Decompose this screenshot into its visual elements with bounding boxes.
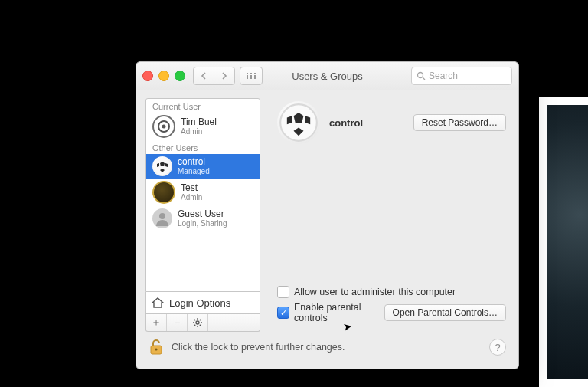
minimize-window-button[interactable] [158, 71, 169, 81]
user-row-test[interactable]: Test Admin [146, 179, 260, 206]
avatar [152, 156, 172, 176]
add-user-button[interactable]: ＋ [146, 314, 167, 331]
svg-point-9 [418, 73, 423, 78]
svg-point-5 [254, 75, 256, 77]
enable-parental-label: Enable parental controls [294, 302, 375, 323]
back-button[interactable] [193, 67, 214, 85]
svg-point-1 [250, 73, 252, 74]
svg-point-18 [159, 213, 165, 219]
svg-point-2 [254, 73, 256, 74]
avatar [152, 115, 175, 138]
svg-line-26 [200, 320, 201, 320]
close-window-button[interactable] [142, 71, 153, 81]
user-row-current[interactable]: Tim Buel Admin [146, 113, 260, 140]
user-list-toolbar: ＋ − [145, 314, 260, 332]
svg-point-12 [162, 125, 166, 129]
login-options-label: Login Options [169, 297, 230, 309]
allow-admin-checkbox[interactable] [277, 286, 289, 298]
lock-open-icon [149, 338, 164, 356]
window-controls [142, 71, 185, 81]
svg-line-24 [194, 320, 195, 320]
gear-icon [192, 317, 203, 328]
user-role: Admin [181, 127, 217, 136]
house-icon [151, 297, 165, 309]
help-button[interactable]: ? [489, 339, 506, 356]
svg-point-8 [254, 77, 256, 79]
avatar [152, 208, 172, 228]
svg-line-25 [200, 325, 201, 326]
desktop-picture [547, 105, 588, 379]
svg-point-6 [247, 77, 248, 79]
users-groups-window: Users & Groups Search Current User Tim B… [136, 61, 519, 369]
svg-point-4 [250, 75, 252, 77]
svg-point-19 [196, 321, 199, 324]
nav-back-forward [193, 67, 235, 85]
svg-point-0 [247, 73, 248, 74]
reset-password-button[interactable]: Reset Password… [413, 114, 506, 131]
user-list: Current User Tim Buel Admin Other Users [145, 98, 260, 292]
svg-point-3 [247, 75, 248, 77]
section-other-users: Other Users [146, 140, 260, 154]
remove-user-button[interactable]: − [167, 314, 188, 331]
user-name: control [178, 157, 210, 167]
user-detail-pane: control Reset Password… Allow user to ad… [270, 98, 509, 332]
user-row-control[interactable]: control Managed [146, 154, 260, 179]
svg-line-10 [423, 77, 425, 80]
user-row-guest[interactable]: Guest User Login, Sharing [146, 206, 260, 231]
user-name: Tim Buel [181, 117, 217, 127]
avatar [152, 181, 175, 204]
search-icon [416, 71, 426, 80]
user-role: Managed [178, 167, 210, 175]
zoom-window-button[interactable] [175, 71, 185, 81]
user-name: Guest User [178, 209, 227, 219]
allow-admin-label: Allow user to administer this computer [294, 287, 456, 297]
svg-line-27 [194, 325, 195, 326]
search-field[interactable]: Search [411, 67, 512, 85]
enable-parental-checkbox[interactable]: ✓ [277, 307, 289, 319]
window-titlebar: Users & Groups Search [136, 62, 518, 90]
svg-point-34 [155, 348, 157, 350]
svg-point-7 [250, 77, 252, 79]
open-parental-controls-button[interactable]: Open Parental Controls… [384, 304, 506, 321]
login-options-row[interactable]: Login Options [145, 292, 260, 314]
forward-button[interactable] [214, 67, 235, 85]
desktop-picture-frame [539, 97, 588, 387]
window-footer: Click the lock to prevent further change… [145, 332, 509, 362]
search-placeholder: Search [429, 71, 458, 81]
window-body: Current User Tim Buel Admin Other Users [136, 90, 518, 369]
user-avatar-large[interactable] [277, 101, 320, 144]
users-sidebar: Current User Tim Buel Admin Other Users [145, 98, 260, 332]
user-role: Login, Sharing [178, 219, 227, 228]
detail-username: control [329, 117, 363, 129]
lock-hint-text: Click the lock to prevent further change… [172, 342, 345, 353]
user-name: Test [181, 183, 202, 193]
lock-button[interactable] [149, 338, 164, 356]
user-role: Admin [181, 193, 202, 202]
show-all-prefs-button[interactable] [240, 67, 263, 85]
user-actions-button[interactable] [188, 314, 208, 331]
section-current-user: Current User [146, 99, 260, 113]
user-options: Allow user to administer this computer ✓… [277, 282, 506, 332]
